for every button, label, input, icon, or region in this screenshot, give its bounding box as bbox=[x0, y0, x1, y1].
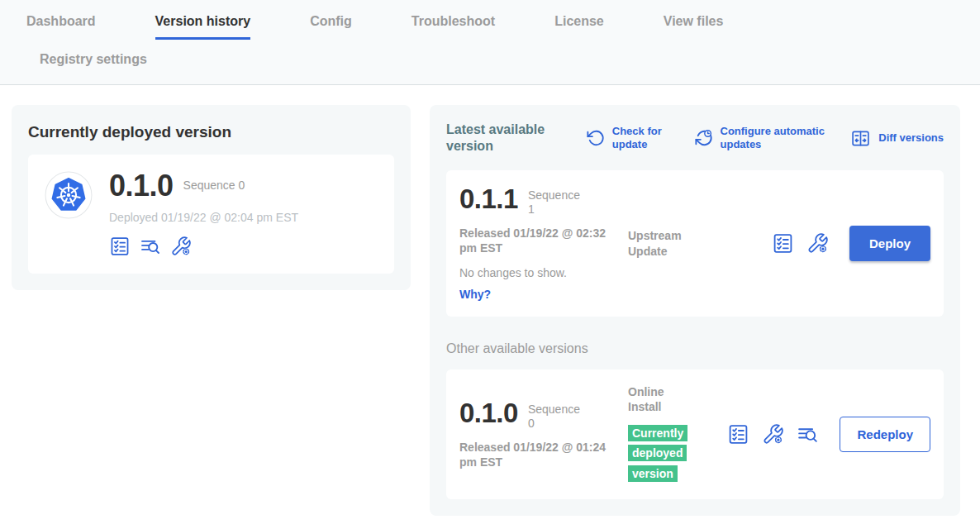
preflight-checklist-icon[interactable] bbox=[109, 236, 131, 257]
why-link[interactable]: Why? bbox=[459, 288, 491, 301]
config-icon[interactable] bbox=[170, 236, 192, 257]
deploy-button[interactable]: Deploy bbox=[849, 226, 930, 261]
version-row-other: 0.1.0 Sequence 0 Released 01/19/22 @ 01:… bbox=[446, 369, 944, 499]
other-released-timestamp: Released 01/19/22 @ 01:24 pm EST bbox=[459, 440, 610, 469]
latest-available-header: Latest available version Check for updat… bbox=[446, 122, 944, 156]
redeploy-button[interactable]: Redeploy bbox=[840, 417, 930, 452]
refresh-icon bbox=[587, 129, 605, 147]
deployed-version-number: 0.1.0 bbox=[109, 171, 174, 201]
other-version-number: 0.1.0 bbox=[459, 399, 518, 427]
view-logs-icon[interactable] bbox=[797, 423, 819, 446]
latest-version-info: 0.1.1 Sequence 1 Released 01/19/22 @ 02:… bbox=[459, 185, 618, 302]
deployed-version-box: 0.1.0 Sequence 0 Deployed 01/19/22 @ 02:… bbox=[28, 155, 394, 274]
kubernetes-logo-icon bbox=[45, 171, 93, 219]
tab-registry-settings[interactable]: Registry settings bbox=[20, 50, 167, 78]
preflight-checklist-icon[interactable] bbox=[772, 232, 794, 255]
config-icon[interactable] bbox=[806, 232, 829, 255]
deployed-version-actions bbox=[109, 236, 298, 257]
preflight-checklist-icon[interactable] bbox=[727, 423, 749, 446]
other-sequence-label: Sequence 0 bbox=[528, 403, 588, 431]
diff-versions-link[interactable]: Diff versions bbox=[850, 128, 944, 149]
other-version-actions: Redeploy bbox=[727, 417, 930, 452]
view-logs-icon[interactable] bbox=[140, 236, 161, 257]
source-label: Upstream Update bbox=[628, 228, 687, 258]
latest-available-card: Latest available version Check for updat… bbox=[430, 105, 960, 516]
latest-available-title: Latest available version bbox=[446, 122, 564, 156]
other-version-info: 0.1.0 Sequence 0 Released 01/19/22 @ 01:… bbox=[459, 399, 618, 469]
deployed-timestamp: Deployed 01/19/22 @ 02:04 pm EST bbox=[109, 211, 298, 224]
configure-automatic-updates-link[interactable]: Configure automatic updates bbox=[695, 125, 828, 152]
version-row-latest: 0.1.1 Sequence 1 Released 01/19/22 @ 02:… bbox=[446, 170, 944, 317]
deployed-sequence-label: Sequence 0 bbox=[183, 179, 245, 193]
schedule-update-icon bbox=[695, 129, 713, 147]
tab-view-files[interactable]: View files bbox=[644, 12, 744, 40]
latest-released-timestamp: Released 01/19/22 @ 02:32 pm EST bbox=[459, 226, 610, 255]
latest-sequence-label: Sequence 1 bbox=[528, 188, 588, 217]
tab-troubleshoot[interactable]: Troubleshoot bbox=[392, 12, 515, 40]
config-icon[interactable] bbox=[762, 423, 784, 446]
main-content: Currently deployed version 0.1.0 Sequenc… bbox=[0, 85, 980, 516]
other-versions-title: Other available versions bbox=[446, 341, 944, 356]
tab-dashboard[interactable]: Dashboard bbox=[7, 12, 116, 40]
source-label: Online Install bbox=[628, 384, 687, 414]
app-subnav: Dashboard Version history Config Trouble… bbox=[0, 0, 980, 85]
currently-deployed-badge-wrap: Currently deployed version bbox=[628, 423, 697, 484]
tab-license[interactable]: License bbox=[535, 12, 624, 40]
currently-deployed-badge: Currently deployed version bbox=[628, 425, 687, 483]
latest-version-actions: Deploy bbox=[772, 226, 930, 261]
currently-deployed-card: Currently deployed version 0.1.0 Sequenc… bbox=[12, 105, 411, 290]
tab-config[interactable]: Config bbox=[290, 12, 372, 40]
other-version-source: Online Install Currently deployed versio… bbox=[628, 384, 711, 484]
diff-icon bbox=[850, 128, 871, 149]
latest-version-source: Upstream Update bbox=[628, 228, 711, 258]
check-for-update-link[interactable]: Check for update bbox=[587, 125, 672, 152]
latest-version-number: 0.1.1 bbox=[459, 185, 518, 212]
tab-version-history[interactable]: Version history bbox=[136, 12, 271, 40]
currently-deployed-title: Currently deployed version bbox=[28, 123, 394, 141]
deployed-version-info: 0.1.0 Sequence 0 Deployed 01/19/22 @ 02:… bbox=[109, 171, 298, 257]
no-changes-text: No changes to show. bbox=[459, 266, 618, 279]
